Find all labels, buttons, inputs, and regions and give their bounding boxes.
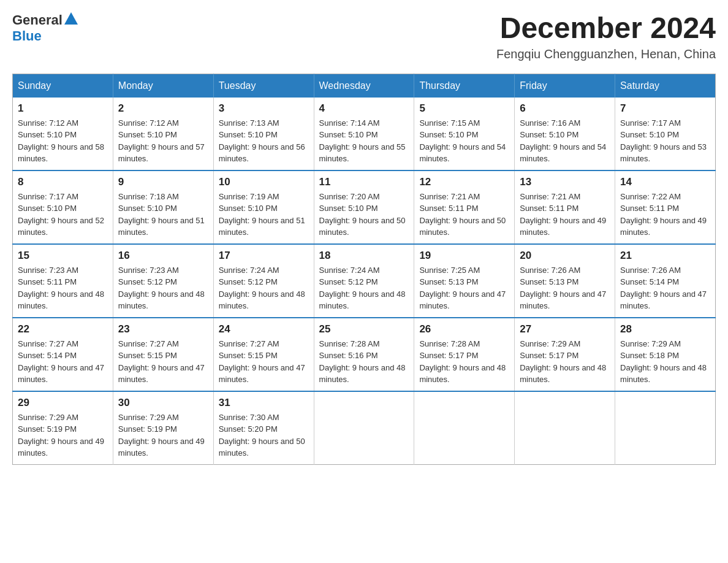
day-info: Sunrise: 7:28 AMSunset: 5:17 PMDaylight:… bbox=[419, 338, 509, 386]
calendar-cell: 5Sunrise: 7:15 AMSunset: 5:10 PMDaylight… bbox=[414, 98, 515, 170]
day-number: 6 bbox=[520, 102, 610, 115]
day-info: Sunrise: 7:18 AMSunset: 5:10 PMDaylight:… bbox=[118, 191, 208, 239]
logo-blue-text: Blue bbox=[12, 28, 42, 44]
day-info: Sunrise: 7:16 AMSunset: 5:10 PMDaylight:… bbox=[520, 117, 610, 165]
day-number: 2 bbox=[118, 102, 208, 115]
calendar-cell: 3Sunrise: 7:13 AMSunset: 5:10 PMDaylight… bbox=[213, 98, 314, 170]
day-number: 7 bbox=[620, 102, 710, 115]
day-info: Sunrise: 7:22 AMSunset: 5:11 PMDaylight:… bbox=[620, 191, 710, 239]
day-info: Sunrise: 7:14 AMSunset: 5:10 PMDaylight:… bbox=[319, 117, 409, 165]
calendar-cell: 1Sunrise: 7:12 AMSunset: 5:10 PMDaylight… bbox=[13, 98, 113, 170]
calendar-cell: 11Sunrise: 7:20 AMSunset: 5:10 PMDayligh… bbox=[314, 170, 414, 244]
day-number: 31 bbox=[219, 397, 309, 409]
day-info: Sunrise: 7:12 AMSunset: 5:10 PMDaylight:… bbox=[118, 117, 208, 165]
calendar-cell: 8Sunrise: 7:17 AMSunset: 5:10 PMDaylight… bbox=[13, 170, 113, 244]
calendar-table: SundayMondayTuesdayWednesdayThursdayFrid… bbox=[12, 74, 716, 465]
calendar-cell: 29Sunrise: 7:29 AMSunset: 5:19 PMDayligh… bbox=[13, 391, 113, 465]
day-number: 28 bbox=[620, 323, 710, 335]
day-info: Sunrise: 7:29 AMSunset: 5:19 PMDaylight:… bbox=[118, 412, 208, 459]
calendar-week-row: 8Sunrise: 7:17 AMSunset: 5:10 PMDaylight… bbox=[13, 170, 716, 244]
day-info: Sunrise: 7:24 AMSunset: 5:12 PMDaylight:… bbox=[319, 264, 409, 312]
calendar-cell: 16Sunrise: 7:23 AMSunset: 5:12 PMDayligh… bbox=[113, 244, 213, 318]
day-number: 21 bbox=[620, 250, 710, 262]
weekday-header-monday: Monday bbox=[113, 74, 213, 98]
calendar-cell: 23Sunrise: 7:27 AMSunset: 5:15 PMDayligh… bbox=[113, 318, 213, 391]
day-info: Sunrise: 7:28 AMSunset: 5:16 PMDaylight:… bbox=[319, 338, 409, 386]
day-info: Sunrise: 7:27 AMSunset: 5:15 PMDaylight:… bbox=[118, 338, 208, 386]
calendar-cell: 4Sunrise: 7:14 AMSunset: 5:10 PMDaylight… bbox=[314, 98, 414, 170]
day-info: Sunrise: 7:27 AMSunset: 5:15 PMDaylight:… bbox=[219, 338, 309, 386]
day-info: Sunrise: 7:13 AMSunset: 5:10 PMDaylight:… bbox=[219, 117, 309, 165]
svg-marker-0 bbox=[64, 12, 78, 25]
calendar-cell: 2Sunrise: 7:12 AMSunset: 5:10 PMDaylight… bbox=[113, 98, 213, 170]
title-block: December 2024 Fengqiu Chengguanzhen, Hen… bbox=[496, 12, 716, 61]
day-number: 10 bbox=[219, 176, 309, 188]
calendar-cell: 18Sunrise: 7:24 AMSunset: 5:12 PMDayligh… bbox=[314, 244, 414, 318]
day-info: Sunrise: 7:30 AMSunset: 5:20 PMDaylight:… bbox=[219, 412, 309, 459]
day-info: Sunrise: 7:29 AMSunset: 5:17 PMDaylight:… bbox=[520, 338, 610, 386]
location-text: Fengqiu Chengguanzhen, Henan, China bbox=[496, 47, 716, 61]
day-info: Sunrise: 7:27 AMSunset: 5:14 PMDaylight:… bbox=[18, 338, 108, 386]
calendar-cell: 24Sunrise: 7:27 AMSunset: 5:15 PMDayligh… bbox=[213, 318, 314, 391]
calendar-cell: 17Sunrise: 7:24 AMSunset: 5:12 PMDayligh… bbox=[213, 244, 314, 318]
calendar-cell: 9Sunrise: 7:18 AMSunset: 5:10 PMDaylight… bbox=[113, 170, 213, 244]
day-number: 14 bbox=[620, 176, 710, 188]
day-info: Sunrise: 7:25 AMSunset: 5:13 PMDaylight:… bbox=[419, 264, 509, 312]
calendar-cell bbox=[515, 391, 615, 465]
day-info: Sunrise: 7:26 AMSunset: 5:13 PMDaylight:… bbox=[520, 264, 610, 312]
day-info: Sunrise: 7:29 AMSunset: 5:19 PMDaylight:… bbox=[18, 412, 108, 459]
calendar-cell: 22Sunrise: 7:27 AMSunset: 5:14 PMDayligh… bbox=[13, 318, 113, 391]
day-info: Sunrise: 7:12 AMSunset: 5:10 PMDaylight:… bbox=[18, 117, 108, 165]
day-number: 29 bbox=[18, 397, 108, 409]
calendar-cell bbox=[615, 391, 716, 465]
month-title: December 2024 bbox=[496, 12, 716, 45]
day-number: 5 bbox=[419, 102, 509, 115]
logo-arrow-icon bbox=[64, 12, 78, 27]
calendar-cell: 30Sunrise: 7:29 AMSunset: 5:19 PMDayligh… bbox=[113, 391, 213, 465]
logo: General Blue bbox=[12, 12, 78, 44]
calendar-cell: 19Sunrise: 7:25 AMSunset: 5:13 PMDayligh… bbox=[414, 244, 515, 318]
day-number: 3 bbox=[219, 102, 309, 115]
day-info: Sunrise: 7:19 AMSunset: 5:10 PMDaylight:… bbox=[219, 191, 309, 239]
day-number: 12 bbox=[419, 176, 509, 188]
day-number: 8 bbox=[18, 176, 108, 188]
day-number: 30 bbox=[118, 397, 208, 409]
day-number: 11 bbox=[319, 176, 409, 188]
logo-general-text: General bbox=[12, 12, 63, 28]
day-number: 23 bbox=[118, 323, 208, 335]
weekday-header-sunday: Sunday bbox=[13, 74, 113, 98]
day-number: 13 bbox=[520, 176, 610, 188]
day-number: 18 bbox=[319, 250, 409, 262]
calendar-week-row: 1Sunrise: 7:12 AMSunset: 5:10 PMDaylight… bbox=[13, 98, 716, 170]
calendar-cell: 27Sunrise: 7:29 AMSunset: 5:17 PMDayligh… bbox=[515, 318, 615, 391]
day-number: 15 bbox=[18, 250, 108, 262]
day-number: 27 bbox=[520, 323, 610, 335]
day-number: 26 bbox=[419, 323, 509, 335]
day-number: 1 bbox=[18, 102, 108, 115]
weekday-header-wednesday: Wednesday bbox=[314, 74, 414, 98]
day-info: Sunrise: 7:17 AMSunset: 5:10 PMDaylight:… bbox=[18, 191, 108, 239]
calendar-week-row: 29Sunrise: 7:29 AMSunset: 5:19 PMDayligh… bbox=[13, 391, 716, 465]
calendar-cell bbox=[414, 391, 515, 465]
day-info: Sunrise: 7:26 AMSunset: 5:14 PMDaylight:… bbox=[620, 264, 710, 312]
calendar-cell: 20Sunrise: 7:26 AMSunset: 5:13 PMDayligh… bbox=[515, 244, 615, 318]
calendar-cell: 31Sunrise: 7:30 AMSunset: 5:20 PMDayligh… bbox=[213, 391, 314, 465]
day-info: Sunrise: 7:24 AMSunset: 5:12 PMDaylight:… bbox=[219, 264, 309, 312]
calendar-cell: 25Sunrise: 7:28 AMSunset: 5:16 PMDayligh… bbox=[314, 318, 414, 391]
calendar-cell: 12Sunrise: 7:21 AMSunset: 5:11 PMDayligh… bbox=[414, 170, 515, 244]
day-info: Sunrise: 7:20 AMSunset: 5:10 PMDaylight:… bbox=[319, 191, 409, 239]
day-number: 25 bbox=[319, 323, 409, 335]
calendar-cell: 15Sunrise: 7:23 AMSunset: 5:11 PMDayligh… bbox=[13, 244, 113, 318]
calendar-cell: 21Sunrise: 7:26 AMSunset: 5:14 PMDayligh… bbox=[615, 244, 716, 318]
weekday-header-friday: Friday bbox=[515, 74, 615, 98]
weekday-header-thursday: Thursday bbox=[414, 74, 515, 98]
day-info: Sunrise: 7:15 AMSunset: 5:10 PMDaylight:… bbox=[419, 117, 509, 165]
calendar-cell: 26Sunrise: 7:28 AMSunset: 5:17 PMDayligh… bbox=[414, 318, 515, 391]
weekday-header-saturday: Saturday bbox=[615, 74, 716, 98]
calendar-cell bbox=[314, 391, 414, 465]
calendar-week-row: 15Sunrise: 7:23 AMSunset: 5:11 PMDayligh… bbox=[13, 244, 716, 318]
day-number: 4 bbox=[319, 102, 409, 115]
day-number: 24 bbox=[219, 323, 309, 335]
calendar-cell: 13Sunrise: 7:21 AMSunset: 5:11 PMDayligh… bbox=[515, 170, 615, 244]
day-info: Sunrise: 7:23 AMSunset: 5:11 PMDaylight:… bbox=[18, 264, 108, 312]
